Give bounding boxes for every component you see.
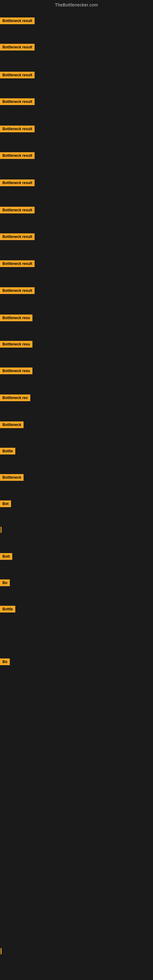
bottleneck-badge: Bottleneck resu [0,368,32,374]
bottleneck-badge: Bottleneck result [0,260,35,267]
bottleneck-item[interactable]: Bottle [0,448,15,455]
bottleneck-badge: Bottleneck result [0,126,35,132]
bottleneck-badge: Bottleneck [0,422,24,428]
bottleneck-badge: Bottleneck result [0,44,35,51]
bottleneck-item[interactable]: Bot [0,500,11,507]
bottleneck-item[interactable]: Bottleneck result [0,126,35,132]
bottleneck-badge: Bo [0,579,10,586]
cursor-line [1,948,2,954]
bottleneck-badge: Bo [0,659,10,665]
bottleneck-item[interactable]: Bottleneck [0,474,24,481]
cursor-line [1,527,2,533]
bottleneck-item[interactable]: Bottleneck resu [0,368,32,374]
bottleneck-badge: Bottleneck result [0,18,35,24]
bottleneck-badge: Bottleneck resu [0,315,32,321]
bottleneck-item[interactable]: Bott [0,553,12,560]
bottleneck-item[interactable]: Bo [0,659,10,665]
bottleneck-badge: Bottleneck resu [0,341,32,348]
bottleneck-item[interactable]: Bottleneck result [0,98,35,105]
bottleneck-item[interactable]: Bottleneck result [0,233,35,240]
site-title: TheBottlenecker.com [0,0,153,9]
bottleneck-badge: Bottle [0,448,15,455]
bottleneck-item[interactable]: Bottleneck result [0,18,35,24]
bottleneck-item[interactable]: Bottleneck result [0,72,35,78]
bottleneck-item[interactable]: Bottleneck result [0,287,35,294]
bottleneck-badge: Bottle [0,606,15,612]
bottleneck-badge: Bottleneck result [0,180,35,186]
bottleneck-item[interactable]: Bottleneck resu [0,315,32,321]
bottleneck-badge: Bottleneck result [0,287,35,294]
bottleneck-item[interactable]: Bottleneck result [0,260,35,267]
bottleneck-item[interactable]: Bo [0,579,10,586]
bottleneck-badge: Bottleneck result [0,207,35,213]
bottleneck-item[interactable]: Bottleneck resu [0,341,32,348]
bottleneck-badge: Bott [0,553,12,560]
bottleneck-item[interactable]: Bottleneck [0,422,24,428]
bottleneck-badge: Bottleneck result [0,72,35,78]
bottleneck-item[interactable]: Bottle [0,606,15,612]
bottleneck-item[interactable]: Bottleneck result [0,152,35,159]
bottleneck-badge: Bottleneck result [0,233,35,240]
bottleneck-item[interactable]: Bottleneck result [0,180,35,186]
bottleneck-item[interactable]: Bottleneck result [0,44,35,51]
bottleneck-badge: Bottleneck [0,474,24,481]
bottleneck-item[interactable]: Bottleneck result [0,207,35,213]
bottleneck-badge: Bot [0,500,11,507]
bottleneck-item[interactable]: Bottleneck res [0,395,30,401]
bottleneck-badge: Bottleneck result [0,98,35,105]
bottleneck-badge: Bottleneck result [0,152,35,159]
bottleneck-badge: Bottleneck res [0,395,30,401]
